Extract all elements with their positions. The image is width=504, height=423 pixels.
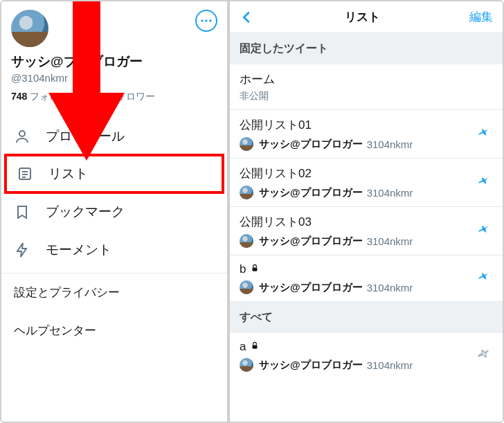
- list-subtitle: 非公開: [240, 90, 493, 102]
- list-row[interactable]: a サッシ@プロブロガー 3104nkmr: [230, 333, 503, 379]
- bookmark-icon: [14, 204, 30, 220]
- mini-avatar: [240, 186, 253, 199]
- list-title: a: [240, 340, 246, 354]
- svg-point-2: [209, 19, 211, 21]
- edit-button[interactable]: 編集: [467, 9, 496, 25]
- list-row-home[interactable]: ホーム 非公開: [230, 64, 503, 110]
- list-row[interactable]: 公開リスト03 サッシ@プロブロガー 3104nkmr: [230, 207, 503, 255]
- pin-icon[interactable]: [476, 269, 492, 287]
- avatar[interactable]: [11, 10, 48, 47]
- menu-item-moments[interactable]: モーメント: [1, 231, 227, 269]
- follow-stats[interactable]: 748 フォロー 1,321 フォロワー: [11, 91, 217, 103]
- moments-icon: [14, 242, 30, 258]
- following-label: フォロー: [30, 91, 69, 102]
- list-title: b: [240, 262, 246, 276]
- mini-avatar: [240, 234, 253, 248]
- menu-item-lists[interactable]: リスト: [4, 154, 224, 194]
- drawer-panel: サッシ@プロブロガー @3104nkmr 748 フォロー 1,321 フォロワ…: [1, 1, 230, 422]
- menu-label: モーメント: [46, 241, 111, 259]
- owner-handle: 3104nkmr: [367, 235, 413, 247]
- owner-handle: 3104nkmr: [367, 187, 413, 199]
- section-header-all: すべて: [230, 302, 503, 333]
- svg-point-0: [201, 19, 203, 21]
- menu-label: プロフィール: [46, 127, 125, 145]
- menu-label: ブックマーク: [46, 203, 125, 221]
- following-count: 748: [11, 91, 27, 102]
- owner-name: サッシ@プロブロガー: [259, 138, 363, 151]
- menu-item-profile[interactable]: プロフィール: [1, 117, 227, 155]
- owner-handle: 3104nkmr: [367, 282, 413, 294]
- svg-rect-9: [253, 345, 258, 348]
- owner-name: サッシ@プロブロガー: [259, 359, 363, 372]
- pin-outline-icon[interactable]: [476, 347, 492, 365]
- person-icon: [14, 128, 30, 145]
- list-title: ホーム: [240, 71, 493, 87]
- owner-handle: 3104nkmr: [367, 138, 413, 150]
- display-name[interactable]: サッシ@プロブロガー: [11, 53, 217, 71]
- list-row[interactable]: 公開リスト01 サッシ@プロブロガー 3104nkmr: [230, 110, 503, 159]
- list-row[interactable]: 公開リスト02 サッシ@プロブロガー 3104nkmr: [230, 159, 503, 207]
- followers-label: フォロワー: [107, 91, 155, 102]
- mini-avatar: [240, 358, 253, 372]
- mini-avatar: [240, 280, 253, 294]
- pin-icon[interactable]: [476, 174, 492, 192]
- lists-screen: リスト 編集 固定したツイート ホーム 非公開 公開リスト01 サッシ@プロブロ…: [230, 1, 503, 422]
- pin-icon[interactable]: [476, 125, 492, 143]
- svg-point-1: [205, 19, 207, 21]
- menu-item-settings[interactable]: 設定とプライバシー: [1, 273, 227, 312]
- pin-icon[interactable]: [476, 222, 492, 240]
- followers-count: 1,321: [80, 91, 104, 102]
- screen-header: リスト 編集: [230, 1, 503, 33]
- mini-avatar: [240, 137, 253, 151]
- owner-name: サッシ@プロブロガー: [259, 235, 363, 248]
- menu-item-bookmarks[interactable]: ブックマーク: [1, 192, 227, 231]
- handle[interactable]: @3104nkmr: [11, 72, 217, 84]
- back-button[interactable]: [237, 10, 258, 25]
- list-title: 公開リスト01: [240, 117, 493, 133]
- lock-icon: [250, 262, 260, 276]
- list-icon: [17, 165, 33, 182]
- owner-handle: 3104nkmr: [367, 359, 413, 371]
- page-title: リスト: [258, 9, 467, 25]
- owner-name: サッシ@プロブロガー: [259, 186, 363, 199]
- menu-label: リスト: [48, 165, 88, 183]
- owner-name: サッシ@プロブロガー: [259, 281, 363, 294]
- menu-item-help[interactable]: ヘルプセンター: [1, 312, 227, 350]
- list-title: 公開リスト03: [240, 214, 493, 230]
- list-title: 公開リスト02: [240, 165, 493, 181]
- svg-rect-8: [253, 267, 258, 271]
- svg-point-3: [19, 131, 25, 136]
- section-header-pinned: 固定したツイート: [230, 33, 503, 64]
- list-row[interactable]: b サッシ@プロブロガー 3104nkmr: [230, 255, 503, 302]
- more-button[interactable]: [195, 10, 217, 32]
- lock-icon: [250, 340, 260, 354]
